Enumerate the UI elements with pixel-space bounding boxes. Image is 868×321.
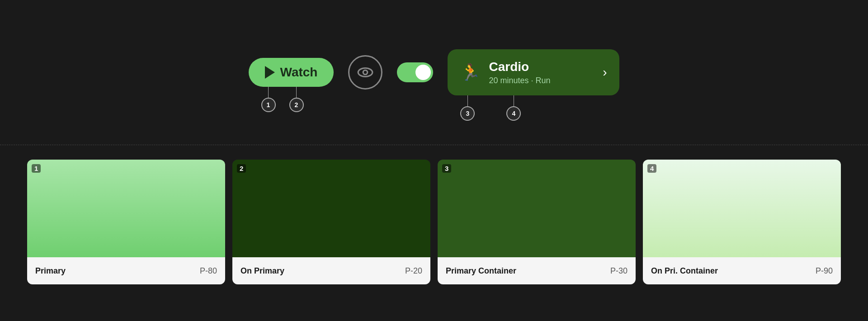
annotation-1: 1 <box>261 87 276 112</box>
chevron-right-icon: › <box>603 65 607 80</box>
swatch-label-4: On Pri. Container P-90 <box>643 257 841 284</box>
swatch-on-primary: 2 On Primary P-20 <box>232 160 430 284</box>
annotation-line-3 <box>467 95 468 106</box>
cardio-card-wrapper: 🏃 Cardio 20 minutes · Run › 3 4 <box>448 49 619 96</box>
eye-button[interactable] <box>348 55 382 90</box>
swatch-code-2: P-20 <box>405 266 422 276</box>
toggle-thumb <box>415 65 431 80</box>
annotation-line-4 <box>514 95 514 106</box>
annotation-circle-1: 1 <box>261 98 276 112</box>
swatch-primary-container: 3 Primary Container P-30 <box>438 160 636 284</box>
swatch-label-2: On Primary P-20 <box>232 257 430 284</box>
color-swatches-section: 1 Primary P-80 2 On Primary P-20 3 Prima… <box>0 145 868 299</box>
cardio-info: Cardio 20 minutes · Run <box>489 59 591 86</box>
toggle-switch[interactable] <box>397 62 433 82</box>
watch-button[interactable]: Watch <box>249 58 334 87</box>
swatch-name-2: On Primary <box>241 266 284 276</box>
swatch-color-2 <box>232 160 430 257</box>
watch-button-wrapper: Watch 1 2 <box>249 58 334 87</box>
swatch-label-3: Primary Container P-30 <box>438 257 636 284</box>
runner-icon: 🏃 <box>460 63 481 82</box>
annotation-line-1 <box>268 87 269 98</box>
cardio-card[interactable]: 🏃 Cardio 20 minutes · Run › <box>448 49 619 96</box>
annotation-3: 3 <box>460 95 475 121</box>
swatch-name-3: Primary Container <box>446 266 516 276</box>
swatch-color-3 <box>438 160 636 257</box>
swatch-code-3: P-30 <box>610 266 627 276</box>
cardio-subtitle: 20 minutes · Run <box>489 76 591 85</box>
play-icon <box>265 66 275 79</box>
swatch-code-4: P-90 <box>816 266 833 276</box>
swatch-number-2: 2 <box>237 164 246 173</box>
annotation-circle-3: 3 <box>460 106 475 121</box>
swatch-code-1: P-80 <box>200 266 217 276</box>
eye-icon <box>357 64 374 81</box>
swatch-number-1: 1 <box>32 164 41 173</box>
annotation-2: 2 <box>289 87 304 112</box>
annotation-circle-2: 2 <box>289 98 304 112</box>
swatch-name-4: On Pri. Container <box>651 266 718 276</box>
annotation-4: 4 <box>506 95 521 121</box>
swatch-number-4: 4 <box>647 164 656 173</box>
swatch-color-1 <box>27 160 225 257</box>
swatch-on-primary-container: 4 On Pri. Container P-90 <box>643 160 841 284</box>
watch-label: Watch <box>280 65 318 80</box>
cardio-title: Cardio <box>489 59 591 75</box>
swatch-primary: 1 Primary P-80 <box>27 160 225 284</box>
swatch-label-1: Primary P-80 <box>27 257 225 284</box>
annotation-line-2 <box>296 87 297 98</box>
toggle-track <box>397 62 433 82</box>
swatch-color-4 <box>643 160 841 257</box>
swatch-name-1: Primary <box>35 266 66 276</box>
top-section: Watch 1 2 🏃 Cardio 20 minutes · R <box>0 0 868 145</box>
svg-point-1 <box>363 70 368 75</box>
annotation-circle-4: 4 <box>506 106 521 121</box>
swatch-number-3: 3 <box>442 164 451 173</box>
svg-point-0 <box>359 68 373 77</box>
